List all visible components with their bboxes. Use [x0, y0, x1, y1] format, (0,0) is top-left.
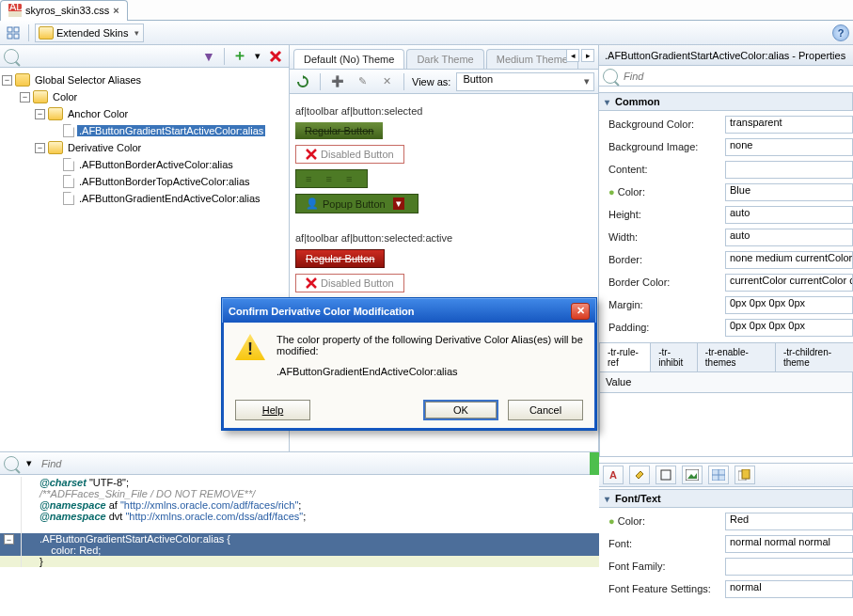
property-value-input[interactable] — [725, 161, 853, 179]
tree-root[interactable]: − Global Selector Aliases — [2, 71, 287, 88]
preview-popup-button: 👤Popup Button▾ — [295, 194, 419, 213]
property-row: Font:normal normal normal — [599, 532, 853, 555]
property-label: Margin: — [608, 299, 721, 310]
tab-tr-rule-ref[interactable]: -tr-rule-ref — [599, 342, 651, 371]
fold-icon[interactable]: − — [4, 534, 14, 545]
link-icon[interactable]: ➕ — [328, 72, 347, 91]
status-indicator — [590, 452, 599, 475]
folder-open-icon — [33, 90, 48, 103]
property-value-input[interactable]: currentColor currentColor currentColor c… — [725, 274, 853, 292]
expander-icon[interactable]: − — [20, 92, 30, 103]
tree-leaf[interactable]: .AFButtonBorderTopActiveColor:alias — [2, 173, 287, 190]
expander-icon[interactable]: − — [35, 109, 45, 119]
property-value-input[interactable]: Blue — [725, 183, 853, 201]
close-icon[interactable]: × — [113, 5, 118, 16]
tab-default-theme[interactable]: Default (No) Theme — [293, 49, 404, 69]
expander-icon[interactable]: − — [35, 143, 45, 153]
property-value-input[interactable]: Red — [725, 513, 853, 530]
separator — [403, 73, 404, 90]
close-icon[interactable]: ✕ — [571, 303, 590, 320]
property-value-input[interactable]: auto — [725, 206, 853, 224]
palette-copy-icon[interactable] — [735, 466, 755, 484]
folder-icon — [15, 73, 30, 87]
selector-search-bar: ▼ ＋ ▾ — [0, 45, 289, 68]
preview-disabled-button: Disabled Button — [295, 274, 404, 292]
selector-search-input[interactable] — [23, 48, 196, 65]
adf-css-icon: ADF — [8, 4, 22, 17]
dialog-message: The color property of the following Deri… — [276, 334, 583, 356]
property-row: Padding:0px 0px 0px 0px — [599, 316, 853, 339]
edit-icon[interactable]: ✎ — [353, 72, 371, 91]
tree-label: .AFButtonGradientStartActiveColor:alias — [77, 125, 265, 136]
file-tab[interactable]: ADF skyros_skin33.css × — [0, 0, 128, 21]
property-value-input[interactable]: auto — [725, 229, 853, 246]
separator — [224, 48, 225, 65]
tree-leaf[interactable]: .AFButtonGradientEndActiveColor:alias — [2, 190, 287, 207]
dropdown-icon: ▾ — [393, 197, 404, 210]
palette-fill-icon[interactable] — [629, 466, 650, 484]
properties-header: .AFButtonGradientStartActiveColor:alias … — [599, 45, 853, 66]
tab-tr-inhibit[interactable]: -tr-inhibit — [650, 342, 698, 371]
remove-icon[interactable]: ✕ — [377, 72, 396, 91]
property-value-input[interactable] — [725, 558, 853, 576]
dialog-title-text: Confirm Derivative Color Modification — [229, 306, 414, 317]
search-icon — [603, 69, 618, 84]
property-label: Background Color: — [608, 118, 721, 130]
filter-icon[interactable]: ▼ — [199, 47, 218, 66]
property-value-input[interactable]: normal — [725, 580, 853, 598]
palette-box-icon[interactable] — [656, 466, 676, 484]
expander-icon[interactable]: − — [2, 75, 12, 86]
dropdown-arrow-icon[interactable]: ▾ — [24, 454, 34, 473]
tab-tr-children-theme[interactable]: -tr-children-theme — [775, 342, 853, 371]
property-value-input[interactable]: 0px 0px 0px 0px — [725, 319, 853, 337]
property-value-input[interactable]: transparent — [725, 116, 853, 134]
code-find-input[interactable] — [39, 455, 595, 472]
property-value-input[interactable]: normal normal normal — [725, 535, 853, 553]
ok-button[interactable]: OK — [423, 400, 498, 420]
scroll-left-icon[interactable]: ◂ — [566, 49, 579, 62]
cancel-button[interactable]: Cancel — [508, 400, 583, 420]
properties-title: .AFButtonGradientStartActiveColor:alias … — [605, 50, 845, 61]
property-value-input[interactable]: none medium currentColor — [725, 251, 853, 269]
tree-node-anchor[interactable]: − Anchor Color — [2, 105, 287, 122]
dropdown-arrow-icon[interactable]: ▾ — [253, 47, 262, 66]
scroll-right-icon[interactable]: ▸ — [581, 49, 594, 62]
property-label: Border Color: — [608, 276, 721, 288]
view-as-select[interactable]: Button — [456, 72, 594, 91]
section-common[interactable]: Common — [599, 92, 853, 111]
palette-a-icon[interactable]: A — [603, 466, 624, 484]
property-value-input[interactable]: 0px 0px 0px 0px — [725, 296, 853, 314]
tree-leaf-anchor-item[interactable]: .AFButtonGradientStartActiveColor:alias — [2, 122, 287, 139]
properties-find-input[interactable] — [622, 68, 849, 85]
code-editor[interactable]: @charset "UTF-8"; /**ADFFaces_Skin_File … — [0, 475, 599, 616]
delete-icon[interactable] — [266, 47, 285, 66]
property-value-input[interactable]: none — [725, 138, 853, 156]
tree-label: .AFButtonBorderTopActiveColor:alias — [77, 176, 252, 187]
grid-view-icon[interactable] — [4, 24, 23, 42]
tab-tr-enable-themes[interactable]: -tr-enable-themes — [697, 342, 776, 371]
property-label: Color: — [608, 186, 721, 197]
section-fonttext[interactable]: Font/Text — [599, 489, 853, 508]
extended-skins-dropdown[interactable]: Extended Skins — [35, 24, 144, 42]
extended-skins-label: Extended Skins — [56, 27, 128, 39]
preview-toolbar: ➕ ✎ ✕ View as: Button — [290, 70, 598, 94]
refresh-icon[interactable] — [293, 72, 312, 91]
search-icon — [4, 456, 19, 471]
folder-open-icon — [48, 141, 63, 154]
x-icon — [306, 277, 317, 289]
palette-image-icon[interactable] — [682, 466, 703, 484]
tab-dark-theme[interactable]: Dark Theme — [406, 49, 483, 69]
property-row: Border Color:currentColor currentColor c… — [599, 271, 853, 293]
help-icon[interactable]: ? — [832, 24, 849, 41]
dialog-titlebar[interactable]: Confirm Derivative Color Modification ✕ — [222, 298, 596, 323]
tab-medium-theme[interactable]: Medium Theme — [486, 49, 578, 69]
property-row: Content: — [599, 158, 853, 181]
tree-node-derivative[interactable]: − Derivative Color — [2, 139, 287, 156]
add-icon[interactable]: ＋ — [230, 47, 249, 66]
help-button[interactable]: Help — [235, 400, 310, 420]
property-label: Content: — [608, 164, 721, 175]
tree-node-color[interactable]: − Color — [2, 88, 287, 105]
css-file-icon — [63, 175, 74, 188]
palette-grid-icon[interactable] — [708, 466, 729, 484]
tree-leaf[interactable]: .AFButtonBorderActiveColor:alias — [2, 156, 287, 173]
